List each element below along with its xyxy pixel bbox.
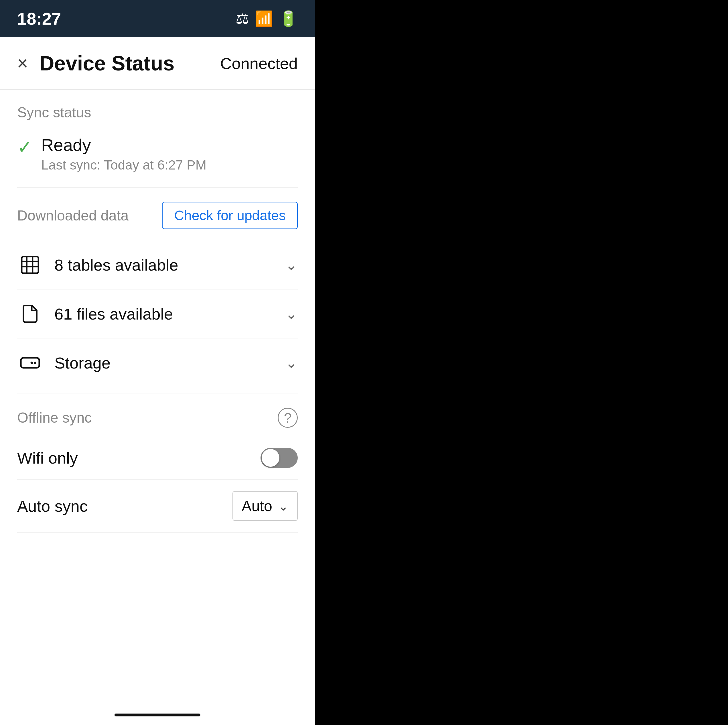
- svg-rect-0: [22, 257, 38, 273]
- signal-icon: ⚖: [236, 10, 249, 27]
- tables-row[interactable]: 8 tables available ⌄: [17, 240, 298, 289]
- home-indicator: [115, 714, 200, 716]
- header: × Device Status Connected: [0, 37, 315, 90]
- tables-label: 8 tables available: [54, 256, 285, 274]
- svg-point-6: [34, 362, 36, 364]
- files-row[interactable]: 61 files available ⌄: [17, 289, 298, 338]
- storage-row[interactable]: Storage ⌄: [17, 338, 298, 387]
- table-icon: [17, 252, 43, 278]
- storage-label: Storage: [54, 353, 285, 372]
- wifi-icon: 📶: [255, 10, 274, 28]
- ready-check-icon: ✓: [17, 136, 33, 158]
- files-chevron-icon: ⌄: [285, 305, 298, 323]
- help-icon[interactable]: ?: [278, 408, 298, 428]
- wifi-only-toggle[interactable]: [260, 448, 298, 468]
- downloaded-header: Downloaded data Check for updates: [17, 202, 298, 229]
- status-bar: 18:27 ⚖ 📶 🔋: [0, 0, 315, 37]
- close-button[interactable]: ×: [17, 54, 28, 72]
- svg-point-7: [31, 362, 33, 364]
- storage-chevron-icon: ⌄: [285, 354, 298, 372]
- auto-sync-label: Auto sync: [17, 497, 87, 515]
- downloaded-data-section: Downloaded data Check for updates 8 tabl…: [0, 188, 315, 393]
- storage-icon: [17, 350, 43, 376]
- svg-rect-5: [21, 358, 39, 368]
- offline-section-label: Offline sync: [17, 410, 92, 426]
- toggle-knob: [262, 449, 279, 467]
- status-icons: ⚖ 📶 🔋: [236, 10, 298, 28]
- auto-sync-value: Auto: [242, 497, 272, 514]
- auto-sync-row: Auto sync Auto ⌄: [17, 480, 298, 532]
- battery-icon: 🔋: [279, 10, 298, 28]
- offline-header: Offline sync ?: [17, 408, 298, 428]
- phone-panel: 18:27 ⚖ 📶 🔋 × Device Status Connected Sy…: [0, 0, 315, 725]
- sync-last-sync: Last sync: Today at 6:27 PM: [41, 157, 206, 173]
- page-title: Device Status: [39, 52, 220, 75]
- tables-chevron-icon: ⌄: [285, 256, 298, 274]
- dropdown-arrow-icon: ⌄: [278, 499, 289, 513]
- status-time: 18:27: [17, 9, 61, 29]
- sync-status-section: Sync status ✓ Ready Last sync: Today at …: [0, 90, 315, 187]
- auto-sync-dropdown[interactable]: Auto ⌄: [232, 491, 298, 521]
- sync-text-block: Ready Last sync: Today at 6:27 PM: [41, 135, 206, 173]
- sync-ready-label: Ready: [41, 135, 206, 155]
- downloaded-section-label: Downloaded data: [17, 207, 128, 224]
- files-label: 61 files available: [54, 305, 285, 323]
- sync-section-label: Sync status: [17, 104, 298, 121]
- file-icon: [17, 301, 43, 327]
- connected-status: Connected: [220, 54, 298, 73]
- check-updates-button[interactable]: Check for updates: [162, 202, 298, 229]
- offline-sync-section: Offline sync ? Wifi only Auto sync Auto …: [0, 393, 315, 538]
- right-panel: [315, 0, 728, 725]
- wifi-only-label: Wifi only: [17, 449, 78, 467]
- sync-row: ✓ Ready Last sync: Today at 6:27 PM: [17, 129, 298, 178]
- wifi-only-row: Wifi only: [17, 436, 298, 480]
